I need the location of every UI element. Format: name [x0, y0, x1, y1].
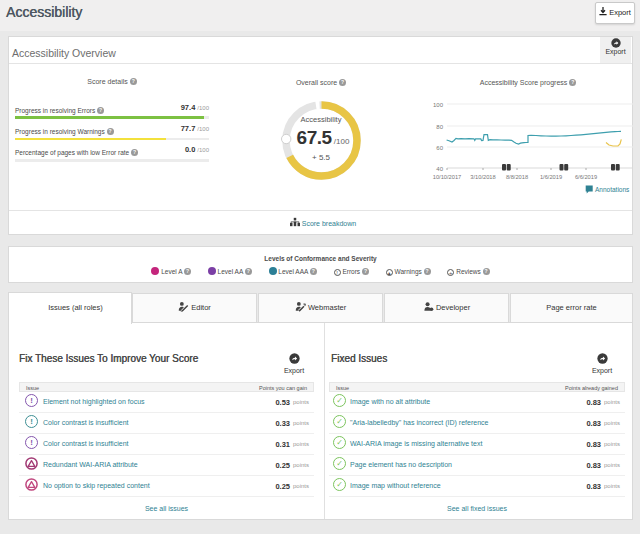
svg-text:1/6/2019: 1/6/2019 [540, 174, 562, 180]
svg-text:6/6/2019: 6/6/2019 [575, 174, 597, 180]
svg-text:3/10/2018: 3/10/2018 [470, 174, 495, 180]
svg-text:10/10/2017: 10/10/2017 [433, 174, 461, 180]
svg-text:60: 60 [436, 145, 443, 151]
svg-text:80: 80 [436, 124, 443, 130]
svg-text:100: 100 [433, 102, 444, 108]
svg-text:Annotations: Annotations [595, 186, 630, 193]
svg-text:40: 40 [436, 166, 443, 172]
svg-text:8/8/2018: 8/8/2018 [506, 174, 528, 180]
